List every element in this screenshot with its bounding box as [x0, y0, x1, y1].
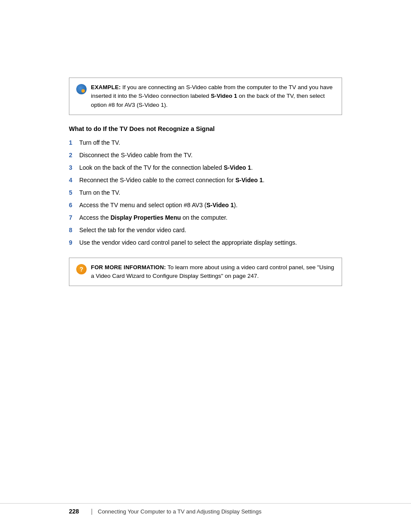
step-number: 8 — [69, 226, 79, 235]
page-number: 228 — [69, 508, 79, 515]
step-text: Access the TV menu and select option #8 … — [79, 201, 342, 210]
step-text: Look on the back of the TV for the conne… — [79, 163, 342, 172]
list-item: 8 Select the tab for the vendor video ca… — [69, 226, 342, 235]
example-box: EXAMPLE: If you are connecting an S-Vide… — [69, 78, 342, 115]
page-footer: 228 | Connecting Your Computer to a TV a… — [0, 503, 411, 515]
step-text: Access the Display Properties Menu on th… — [79, 213, 342, 222]
step-text: Select the tab for the vendor video card… — [79, 226, 342, 235]
example-icon — [76, 84, 87, 94]
more-info-icon — [76, 264, 87, 274]
list-item: 1 Turn off the TV. — [69, 138, 342, 147]
list-item: 7 Access the Display Properties Menu on … — [69, 213, 342, 222]
step-number: 4 — [69, 176, 79, 185]
step-number: 3 — [69, 163, 79, 172]
list-item: 9 Use the vendor video card control pane… — [69, 238, 342, 247]
footer-text: Connecting Your Computer to a TV and Adj… — [98, 508, 262, 515]
step-number: 9 — [69, 238, 79, 247]
list-item: 2 Disconnect the S-Video cable from the … — [69, 151, 342, 160]
more-info-label: FOR MORE INFORMATION: — [91, 264, 166, 271]
step-text: Turn on the TV. — [79, 188, 342, 197]
list-item: 4 Reconnect the S-Video cable to the cor… — [69, 176, 342, 185]
step-text: Use the vendor video card control panel … — [79, 238, 342, 247]
section-heading: What to do If the TV Does not Recognize … — [69, 125, 342, 132]
step-text: Turn off the TV. — [79, 138, 342, 147]
list-item: 3 Look on the back of the TV for the con… — [69, 163, 342, 172]
more-info-box: FOR MORE INFORMATION: To learn more abou… — [69, 258, 342, 286]
step-number: 1 — [69, 138, 79, 147]
list-item: 5 Turn on the TV. — [69, 188, 342, 197]
step-number: 2 — [69, 151, 79, 160]
step-number: 7 — [69, 213, 79, 222]
step-text: Reconnect the S-Video cable to the corre… — [79, 176, 342, 185]
footer-separator: | — [91, 508, 93, 515]
numbered-list: 1 Turn off the TV. 2 Disconnect the S-Vi… — [69, 138, 342, 247]
step-number: 5 — [69, 188, 79, 197]
example-label: EXAMPLE: — [91, 84, 121, 90]
list-item: 6 Access the TV menu and select option #… — [69, 201, 342, 210]
step-number: 6 — [69, 201, 79, 210]
example-box-text: EXAMPLE: If you are connecting an S-Vide… — [91, 83, 335, 109]
step-text: Disconnect the S-Video cable from the TV… — [79, 151, 342, 160]
example-content: If you are connecting an S-Video cable f… — [91, 84, 333, 108]
more-info-text: FOR MORE INFORMATION: To learn more abou… — [91, 263, 335, 281]
